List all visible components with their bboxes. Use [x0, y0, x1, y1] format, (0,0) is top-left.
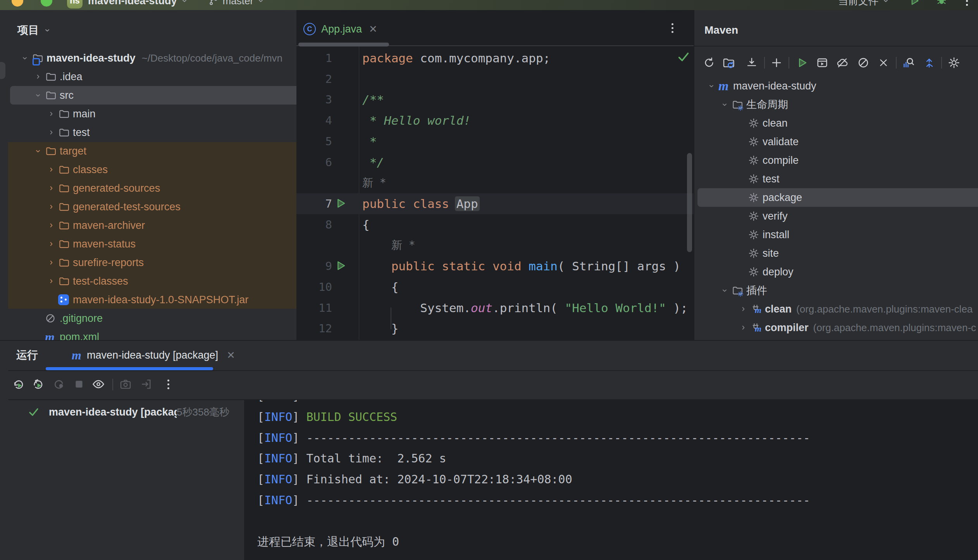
rerun-failed-tests-button[interactable] [29, 375, 47, 393]
close-tab-icon[interactable]: ✕ [369, 24, 377, 34]
run-more-options-button[interactable] [159, 375, 177, 393]
import-results-button[interactable] [137, 375, 156, 393]
project-avatar-badge[interactable]: ns [67, 0, 83, 9]
thread-dump-camera-button[interactable] [116, 375, 135, 393]
chevron-right-icon[interactable] [44, 123, 58, 142]
maven-goal-verify[interactable]: verify [694, 207, 978, 225]
maven-plugins-node[interactable]: 插件 [694, 281, 978, 300]
chevron-right-icon[interactable] [44, 235, 58, 253]
maven-goal-compile[interactable]: compile [694, 151, 978, 170]
code-line[interactable]: 8 { [296, 214, 694, 235]
maven-dependency-analyzer-button[interactable] [899, 53, 918, 72]
maven-settings-button[interactable] [945, 53, 963, 72]
more-actions-button[interactable] [966, 0, 968, 6]
maven-execute-goal-button[interactable] [813, 53, 832, 72]
code-line[interactable]: 6 */ [296, 152, 694, 173]
chevron-right-icon[interactable] [44, 179, 58, 198]
maven-cancel-button[interactable] [874, 53, 893, 72]
run-main-gutter-icon[interactable] [334, 259, 347, 272]
chevron-down-icon[interactable] [704, 77, 718, 95]
maven-goal-install[interactable]: install [694, 225, 978, 244]
maven-root-module[interactable]: m maven-idea-study [694, 77, 978, 95]
editor-more-options-button[interactable] [672, 23, 673, 33]
tree-row-test[interactable]: test [8, 123, 296, 142]
chevron-right-icon[interactable] [44, 253, 58, 272]
chevron-right-icon[interactable] [44, 105, 58, 123]
tree-row-surefire-reports[interactable]: surefire-reports [8, 253, 296, 272]
maven-goal-deploy[interactable]: deploy [694, 263, 978, 281]
chevron-right-icon[interactable] [31, 67, 45, 86]
maven-add-button[interactable] [767, 53, 786, 72]
code-line[interactable]: 10 { [296, 277, 694, 297]
tree-row-src[interactable]: src [10, 86, 296, 105]
tree-row-generated-test-sources[interactable]: generated-test-sources [8, 198, 296, 216]
code-line[interactable]: 4 * Hello world! [296, 110, 694, 131]
maven-goal-validate[interactable]: validate [694, 132, 978, 151]
maven-goal-site[interactable]: site [694, 244, 978, 263]
chevron-down-icon[interactable] [718, 281, 732, 300]
code-line[interactable]: 11 System.out.println( "Hello World!" ); [296, 297, 694, 318]
tree-row-pom-xml[interactable]: m pom.xml [8, 328, 296, 340]
tree-row-maven-archiver[interactable]: maven-archiver [8, 216, 296, 235]
run-class-gutter-icon[interactable] [334, 197, 347, 210]
project-name[interactable]: maven-idea-study [88, 0, 177, 7]
stop-button[interactable] [70, 375, 88, 393]
maven-offline-mode-button[interactable] [833, 53, 852, 72]
maven-goal-package[interactable]: package [697, 188, 978, 207]
project-panel-header[interactable]: 项目 [17, 22, 52, 39]
code-line[interactable]: 12 } [296, 318, 694, 339]
minimize-traffic-light[interactable] [12, 0, 23, 7]
maven-plugin-clean[interactable]: m clean (org.apache.maven.plugins:maven-… [694, 300, 978, 318]
maven-lifecycle-node[interactable]: 生命周期 [694, 95, 978, 114]
tree-row-project-root[interactable]: maven-idea-study ~/Desktop/code/java_cod… [8, 49, 296, 67]
code-line[interactable]: 3 /** [296, 89, 694, 110]
tree-row-classes[interactable]: classes [8, 160, 296, 179]
maven-goal-test[interactable]: test [694, 170, 978, 188]
tree-row-main[interactable]: main [8, 105, 296, 123]
resume-button[interactable] [50, 375, 68, 393]
debug-button[interactable] [936, 0, 947, 7]
maven-sync-button[interactable] [700, 53, 718, 72]
editor-tab-app-java[interactable]: C App.java ✕ [303, 13, 377, 45]
maven-expand-all-button[interactable] [920, 53, 938, 72]
code-line[interactable]: 2 [296, 69, 694, 89]
code-line[interactable]: 1 package com.mycompany.app; [296, 48, 694, 69]
chevron-right-icon[interactable] [736, 318, 750, 337]
maven-goal-clean[interactable]: clean [694, 114, 978, 132]
tree-row-target[interactable]: target [8, 142, 296, 160]
close-tab-icon[interactable]: ✕ [227, 350, 235, 360]
rerun-button[interactable] [9, 375, 28, 393]
tree-row-idea[interactable]: .idea [8, 67, 296, 86]
maven-skip-tests-button[interactable] [854, 53, 873, 72]
tree-row-gitignore[interactable]: .gitignore [8, 309, 296, 328]
chevron-right-icon[interactable] [736, 300, 750, 318]
branch-name[interactable]: master [223, 0, 253, 7]
tree-row-maven-status[interactable]: maven-status [8, 235, 296, 253]
tree-row-test-classes[interactable]: test-classes [8, 272, 296, 290]
run-button[interactable] [909, 0, 920, 7]
chevron-right-icon[interactable] [44, 160, 58, 179]
maven-run-button[interactable] [793, 53, 811, 72]
run-result-item[interactable]: maven-idea-study [packag 5秒358毫秒 [8, 403, 244, 421]
maven-reload-projects-button[interactable] [719, 53, 738, 72]
tree-row-generated-sources[interactable]: generated-sources [8, 179, 296, 198]
tree-row-snapshot-jar[interactable]: maven-idea-study-1.0-SNAPSHOT.jar [8, 290, 296, 309]
code-line[interactable]: 5 * [296, 131, 694, 152]
run-configuration-selector[interactable]: 当前文件 [838, 0, 878, 8]
test-filter-eye-button[interactable] [89, 375, 108, 393]
run-tab[interactable]: m maven-idea-study [package] ✕ [72, 345, 235, 365]
chevron-down-icon[interactable] [31, 142, 45, 160]
chevron-down-icon[interactable] [18, 49, 32, 67]
chevron-right-icon[interactable] [44, 216, 58, 235]
chevron-right-icon[interactable] [44, 272, 58, 290]
inspections-passed-icon[interactable] [677, 50, 690, 64]
zoom-traffic-light[interactable] [41, 0, 52, 7]
chevron-down-icon[interactable] [31, 86, 45, 105]
chevron-down-icon[interactable] [718, 95, 732, 114]
maven-plugin-compiler[interactable]: m compiler (org.apache.maven.plugins:mav… [694, 318, 978, 337]
tool-window-button[interactable] [0, 62, 5, 79]
code-line[interactable]: 9 public static void main( String[] args… [296, 256, 694, 277]
maven-download-sources-button[interactable] [742, 53, 761, 72]
run-console[interactable]: [INFO]----------------------------------… [245, 400, 978, 560]
editor-scrollbar-thumb[interactable] [687, 153, 692, 252]
